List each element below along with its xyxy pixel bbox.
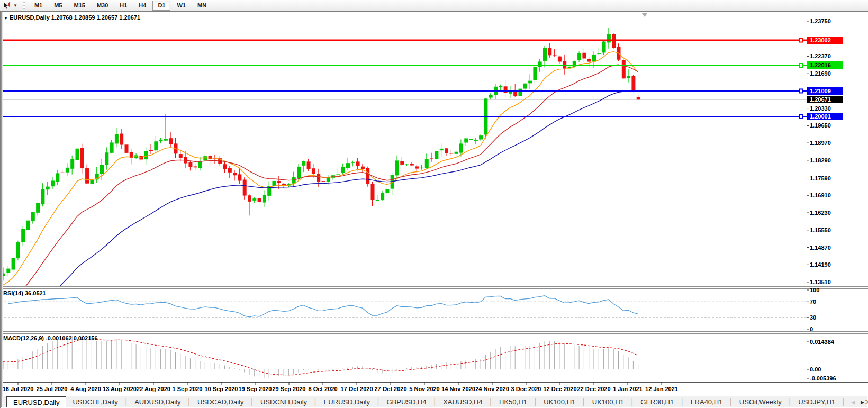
- macd-indicator-values: -0.001062 0.002156: [46, 335, 97, 341]
- date-axis-label: 22 Aug 2020: [137, 386, 170, 392]
- chart-tab-uk100-h1[interactable]: UK100,H1: [586, 396, 630, 407]
- chart-tab-usoil-weekly[interactable]: USOil,Weekly: [733, 396, 788, 407]
- date-axis-label: 1 Sep 2020: [173, 386, 203, 392]
- chart-title-symbol: EURUSD,Daily: [10, 14, 50, 21]
- chart-tab-gbpusd-h4[interactable]: GBPUSD,H4: [380, 396, 432, 407]
- date-axis-label: 19 Sep 2020: [239, 386, 272, 392]
- tab-separator: │: [313, 396, 318, 407]
- date-axis-label: 25 Jul 2020: [37, 386, 68, 392]
- chart-tab-usdjpy-h1[interactable]: USDJPY,H1: [792, 396, 842, 407]
- tabs-scroll-right-icon[interactable]: ►: [860, 399, 865, 405]
- price-axis-tick: 1.19650: [810, 122, 831, 129]
- timeframe-buttons: M1M5M15M30H1H4D1W1MN: [29, 0, 212, 11]
- price-axis-tick: 1.18970: [810, 140, 831, 146]
- price-axis-tick: 1.22370: [810, 53, 831, 59]
- macd-axis-tick: 0.00: [810, 366, 821, 373]
- chart-tab-usdcnh-daily[interactable]: USDCNH,Daily: [254, 396, 313, 407]
- price-line-tag: 1.23002: [807, 37, 843, 44]
- chevron-down-icon: ▼: [13, 3, 17, 8]
- price-line-tag: 1.21009: [807, 87, 843, 95]
- tab-separator: │: [489, 396, 493, 407]
- date-axis-label: 14 Nov 2020: [441, 386, 475, 392]
- tabsbar-grip: [1, 396, 2, 407]
- chart-tab-fra40-h1[interactable]: FRA40,H1: [684, 396, 729, 407]
- timeframe-button-h1[interactable]: H1: [114, 1, 132, 11]
- chart-tabs-bar: EURUSD,DailyUSDCHF,Daily│AUDUSD,Daily│US…: [1, 396, 867, 407]
- price-axis-tick: 1.17590: [810, 175, 831, 182]
- chart-tab-xauusd-h4[interactable]: XAUUSD,H4: [437, 396, 489, 407]
- date-axis-label: 22 Dec 2020: [577, 386, 611, 392]
- chart-tab-usdcad-daily[interactable]: USDCAD,Daily: [191, 396, 250, 407]
- timeframe-button-m30[interactable]: M30: [92, 1, 113, 11]
- macd-indicator-name: MACD(12,26,9): [3, 335, 44, 341]
- rsi-axis-tick: 0: [810, 326, 813, 332]
- collapse-indicator-icon[interactable]: ▼: [4, 16, 8, 21]
- rsi-indicator-name: RSI(14): [3, 290, 23, 296]
- timeframe-button-w1[interactable]: W1: [171, 1, 191, 11]
- timeframe-toolbar: ▼ M1M5M15M30H1H4D1W1MN: [0, 0, 868, 11]
- rsi-label: RSI(14) 36.0521: [3, 290, 46, 296]
- tab-separator: │: [788, 396, 792, 407]
- tab-separator: │: [433, 396, 437, 407]
- chart-title-ohlc: 1.20768 1.20859 1.20657 1.20671: [51, 14, 140, 21]
- tab-separator: │: [630, 396, 635, 407]
- timeframe-button-m15[interactable]: M15: [68, 1, 90, 11]
- date-axis-label: 1 Jan 2021: [613, 386, 643, 392]
- tab-separator: │: [582, 396, 586, 407]
- chart-tab-usdchf-daily[interactable]: USDCHF,Daily: [66, 396, 124, 407]
- price-axis-tick: 1.18290: [810, 157, 831, 164]
- date-axis-label: 27 Oct 2020: [374, 386, 406, 392]
- tab-separator: │: [680, 396, 684, 407]
- mt4-application: ▼ M1M5M15M30H1H4D1W1MN 1.237501.223701.2…: [0, 0, 868, 408]
- timeframe-button-m1[interactable]: M1: [29, 1, 48, 11]
- macd-axis-tick: -0.005396: [810, 375, 836, 382]
- date-axis-label: 12 Jan 2021: [645, 386, 678, 392]
- current-price-tag: 1.20671: [807, 96, 843, 103]
- tabs-scroll-left-icon[interactable]: ◄: [850, 399, 856, 405]
- date-axis-label: 3 Dec 2020: [511, 386, 541, 392]
- chart-tab-uk100-h1[interactable]: UK100,H1: [537, 396, 582, 407]
- timeframe-button-m5[interactable]: M5: [49, 1, 67, 11]
- date-axis-label: 13 Aug 2020: [103, 386, 137, 392]
- tab-separator: │: [124, 396, 129, 407]
- date-axis-label: 10 Sep 2020: [205, 386, 238, 392]
- line-handle: [799, 89, 803, 93]
- chart-background: [1, 12, 868, 408]
- chart-tab-audusd-daily[interactable]: AUDUSD,Daily: [128, 396, 187, 407]
- price-axis-tick: 1.15550: [810, 227, 831, 233]
- timeframe-button-mn[interactable]: MN: [192, 1, 212, 11]
- date-axis-label: 8 Oct 2020: [308, 386, 337, 392]
- price-axis-tick: 1.14190: [810, 261, 831, 268]
- price-line-tag: 1.22016: [807, 61, 843, 69]
- date-axis-label: 29 Sep 2020: [273, 386, 306, 392]
- date-axis-label: 5 Nov 2020: [409, 386, 439, 392]
- chart-tab-hk50-h1[interactable]: HK50,H1: [493, 396, 534, 407]
- price-axis-tick: 1.23750: [810, 18, 831, 24]
- macd-axis-tick: 0.014384: [810, 339, 834, 345]
- toolbar-grip[interactable]: [23, 2, 25, 9]
- date-axis-label: 17 Oct 2020: [340, 386, 373, 392]
- chart-shift-marker[interactable]: [642, 13, 647, 17]
- line-handle: [799, 64, 803, 67]
- chart-tab-eurusd-daily[interactable]: EURUSD,Daily: [318, 396, 376, 407]
- line-handle: [799, 39, 803, 42]
- chart-tab-ger30-h1[interactable]: GER30,H1: [634, 396, 680, 407]
- price-axis-tick: 1.21690: [810, 70, 831, 77]
- date-axis-label: 4 Aug 2020: [70, 386, 101, 392]
- tab-separator: │: [729, 396, 733, 407]
- chart-title: ▼ EURUSD,Daily 1.20768 1.20859 1.20657 1…: [4, 14, 140, 22]
- chart-cursor-tool[interactable]: ▼: [0, 0, 20, 11]
- price-chart-canvas[interactable]: [1, 12, 868, 408]
- tab-separator: │: [187, 396, 192, 407]
- timeframe-button-h4[interactable]: H4: [133, 1, 151, 11]
- tab-separator: │: [842, 396, 846, 407]
- price-axis-tick: 1.16910: [810, 192, 831, 198]
- chart-tab-eurusd-daily[interactable]: EURUSD,Daily: [6, 396, 66, 407]
- rsi-axis-tick: 100: [810, 287, 819, 293]
- chart-cursor-icon: [3, 2, 11, 9]
- price-axis-tick: 1.13510: [810, 279, 831, 285]
- rsi-axis-tick: 30: [810, 314, 816, 321]
- timeframe-button-d1[interactable]: D1: [152, 1, 170, 11]
- rsi-indicator-value: 36.0521: [25, 290, 46, 296]
- price-line-tag: 1.20001: [807, 113, 843, 120]
